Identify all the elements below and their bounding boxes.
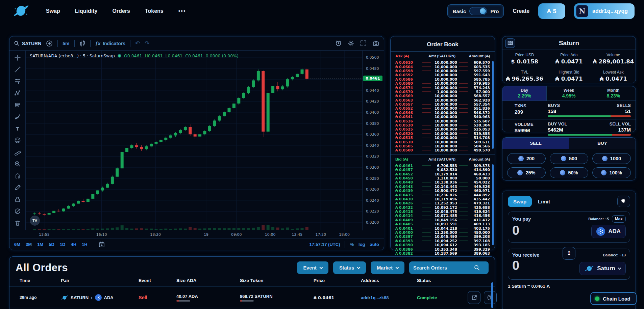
ask-row[interactable]: ₳ 0.0500 10,000.000 499.570 <box>395 148 490 152</box>
chart-plot-area[interactable]: SATURN/ADA (ecbe8...) · 5 · SaturnSwap O… <box>26 51 363 230</box>
range-3m[interactable]: 3M <box>26 242 32 247</box>
remove-drawings-icon[interactable] <box>14 219 21 227</box>
external-link-button[interactable] <box>468 291 480 304</box>
ask-row[interactable]: ₳ 0.0520 10,000.000 519.855 <box>395 132 490 136</box>
position-tool-icon[interactable] <box>14 101 21 109</box>
lock-icon[interactable] <box>14 196 21 203</box>
ask-row[interactable]: ₳ 0.0515 10,000.000 514.708 <box>395 136 490 140</box>
ask-list[interactable]: ₳ 0.0610 10,000.000 609.570₳ 0.0604 10,0… <box>391 60 495 152</box>
amount-button-500[interactable]: 500 <box>550 153 588 164</box>
bid-row[interactable]: ₳ 0.0457 9,082.530 414.890 <box>395 168 490 172</box>
bid-row[interactable]: ₳ 0.0400 11,250.000 450.000 <box>395 230 490 234</box>
snapshot-camera-icon[interactable] <box>373 40 379 47</box>
nav-item-liquidity[interactable]: Liquidity <box>75 8 98 14</box>
ask-row[interactable]: ₳ 0.0530 10,000.000 530.304 <box>395 123 490 127</box>
bid-row[interactable]: ₳ 0.0386 10,353.348 399.329 <box>395 247 490 251</box>
ada-balance-button[interactable]: ₳ 5 <box>538 3 565 19</box>
range-1h[interactable]: 1H <box>82 242 88 247</box>
order-address[interactable]: addr1q...zk88 <box>361 295 417 300</box>
tab-buy[interactable]: BUY <box>569 138 636 149</box>
tab-swap[interactable]: Swap <box>508 196 532 207</box>
bid-row[interactable]: ₳ 0.0405 10,091.591 409.113 <box>395 222 490 226</box>
mode-toggle-track[interactable] <box>469 7 487 15</box>
redo-icon[interactable]: ↷ <box>145 40 149 47</box>
search-orders-input[interactable] <box>413 265 474 271</box>
ask-row[interactable]: ₳ 0.0592 10,000.000 591.643 <box>395 73 490 77</box>
emoji-tool-icon[interactable] <box>14 137 21 144</box>
undo-icon[interactable]: ↶ <box>135 40 140 47</box>
range-1d[interactable]: 1D <box>60 242 66 247</box>
ask-row[interactable]: ₳ 0.0586 10,000.000 585.785 <box>395 77 490 81</box>
period-month[interactable]: Month8.23% <box>591 86 636 101</box>
taptools-button[interactable] <box>484 291 497 304</box>
crosshair-icon[interactable] <box>14 54 21 61</box>
chain-load-badge[interactable]: Chain Load <box>590 292 637 305</box>
nav-item-swap[interactable]: Swap <box>46 8 60 14</box>
hide-drawings-icon[interactable] <box>14 207 21 215</box>
bid-row[interactable]: ₳ 0.0439 10,500.472 460.971 <box>395 189 490 193</box>
amount-button-1000[interactable]: 1000 <box>592 153 631 164</box>
ask-row[interactable]: ₳ 0.0536 10,000.000 535.607 <box>395 119 490 123</box>
scale-auto[interactable]: auto <box>370 242 379 247</box>
wallet-button[interactable]: N addr1q...qyqg <box>574 3 635 19</box>
amount-button-200[interactable]: 200 <box>507 153 546 164</box>
bid-row[interactable]: ₳ 0.0414 10,071.485 416.456 <box>395 214 490 218</box>
bid-row[interactable]: ₳ 0.0452 10,179.814 460.433 <box>395 172 490 176</box>
nav-item-orders[interactable]: Orders <box>112 8 130 14</box>
range-1m[interactable]: 1M <box>37 242 43 247</box>
bid-row[interactable]: ₳ 0.0393 10,094.252 397.108 <box>395 239 490 243</box>
range-4h[interactable]: 4H <box>71 242 76 247</box>
saturn-logo[interactable] <box>13 4 28 18</box>
tradingview-logo[interactable]: TV <box>30 216 40 226</box>
range-5d[interactable]: 5D <box>49 242 54 247</box>
clock-utc[interactable]: 17:57:17 (UTC) <box>309 242 340 247</box>
event-filter[interactable]: Event <box>297 261 328 274</box>
period-week[interactable]: Week4.95% <box>547 86 591 101</box>
bid-row[interactable]: ₳ 0.0443 10,140.443 449.526 <box>395 185 490 189</box>
bid-row[interactable]: ₳ 0.0409 10,049.156 411.412 <box>395 218 490 222</box>
create-button[interactable]: Create <box>513 8 529 14</box>
go-to-date-icon[interactable] <box>99 242 105 248</box>
bid-row[interactable]: ₳ 0.0450 1,110.000 50.000 <box>395 176 490 180</box>
range-6m[interactable]: 6M <box>14 242 20 247</box>
bid-row[interactable]: ₳ 0.0435 10,236.826 444.892 <box>395 193 490 197</box>
fullscreen-icon[interactable] <box>360 40 367 47</box>
ask-row[interactable]: ₳ 0.0610 10,000.000 609.570 <box>395 60 490 64</box>
amount-button-50pct[interactable]: 50% <box>550 167 588 178</box>
alert-icon[interactable] <box>335 40 342 47</box>
indicators-button[interactable]: ƒx Indicators <box>95 41 125 46</box>
ask-row[interactable]: ₳ 0.0505 10,000.000 504.566 <box>395 144 490 148</box>
receive-token-selector[interactable]: Saturn <box>579 262 626 275</box>
swap-settings-icon[interactable] <box>617 196 630 207</box>
bid-row[interactable]: ₳ 0.0448 10,138.936 454.022 <box>395 180 490 184</box>
text-tool-icon[interactable]: T <box>14 125 21 132</box>
price-axis[interactable]: 0.05000.04800.04600.04400.04200.04000.03… <box>362 51 384 230</box>
brush-icon[interactable] <box>14 113 21 120</box>
market-filter[interactable]: Market <box>371 261 404 274</box>
magnet-icon[interactable] <box>14 172 21 179</box>
ask-row[interactable]: ₳ 0.0574 10,000.000 574.243 <box>395 85 490 89</box>
ask-row[interactable]: ₳ 0.0580 10,000.000 579.985 <box>395 81 490 85</box>
bid-row[interactable]: ₳ 0.0430 10,119.496 435.442 <box>395 197 490 201</box>
ask-row[interactable]: ₳ 0.0563 10,000.000 562.928 <box>395 98 490 102</box>
chart-settings-icon[interactable] <box>348 40 354 47</box>
orders-scrollbar[interactable] <box>491 282 493 308</box>
token-docs-icon[interactable] <box>505 38 515 48</box>
ask-row[interactable]: ₳ 0.0557 10,000.000 557.354 <box>395 102 490 106</box>
symbol-search[interactable]: SATURN <box>14 41 41 46</box>
bid-row[interactable]: ₳ 0.0418 10,048.475 419.624 <box>395 209 490 214</box>
tab-limit[interactable]: Limit <box>538 199 550 204</box>
ask-row[interactable]: ₳ 0.0541 10,000.000 540.963 <box>395 115 490 119</box>
period-day[interactable]: Day2.29% <box>502 86 547 101</box>
compare-add-icon[interactable] <box>46 40 53 47</box>
ask-row[interactable]: ₳ 0.0525 10,000.000 525.053 <box>395 127 490 131</box>
interval-button[interactable]: 5m <box>63 41 69 46</box>
bid-scrollbar[interactable] <box>492 164 494 245</box>
drawing-mode-icon[interactable] <box>14 184 21 191</box>
time-axis[interactable]: 13:5516:1018:201909:0010:0012:4517:2018:… <box>26 230 363 239</box>
max-button[interactable]: Max <box>612 215 626 223</box>
fib-retracement-icon[interactable] <box>14 78 21 85</box>
amount-button-100pct[interactable]: 100% <box>592 167 631 178</box>
pay-token-selector[interactable]: ADA <box>591 225 626 238</box>
scale-log[interactable]: log <box>358 242 365 247</box>
